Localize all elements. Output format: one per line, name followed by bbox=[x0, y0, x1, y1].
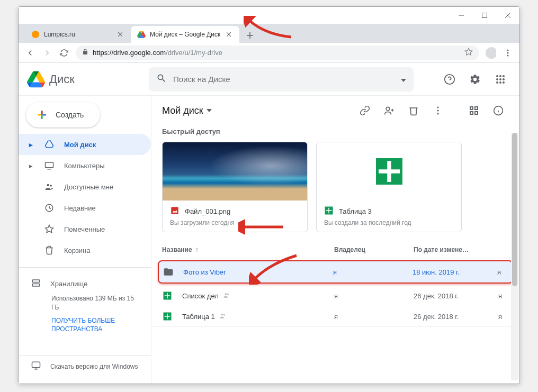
svg-point-45 bbox=[386, 107, 390, 111]
lock-icon bbox=[82, 49, 88, 57]
svg-point-36 bbox=[47, 184, 50, 187]
window-close-button[interactable] bbox=[496, 7, 519, 24]
page-body: Диск Создать ▸ bbox=[19, 63, 519, 384]
grid-view-button[interactable] bbox=[463, 100, 485, 121]
svg-point-17 bbox=[507, 49, 509, 51]
shared-icon bbox=[219, 312, 227, 321]
more-button[interactable] bbox=[427, 100, 449, 121]
drive-logo-icon bbox=[27, 70, 45, 88]
sidebar-item-shared[interactable]: Доступные мне bbox=[19, 176, 151, 197]
sort-asc-icon: ↑ bbox=[195, 246, 199, 253]
svg-point-23 bbox=[503, 75, 505, 77]
file-row-sheet[interactable]: Список дел я 26 дек. 2018 г. я bbox=[151, 286, 519, 306]
download-desktop[interactable]: Скачать версию для Windows bbox=[19, 355, 151, 377]
svg-point-21 bbox=[496, 75, 498, 77]
reload-button[interactable] bbox=[59, 48, 69, 58]
svg-point-19 bbox=[507, 54, 509, 56]
col-owner[interactable]: Владелец bbox=[334, 246, 414, 253]
path-title[interactable]: Мой диск bbox=[162, 105, 212, 116]
expand-icon[interactable]: ▸ bbox=[29, 162, 34, 170]
svg-point-16 bbox=[486, 47, 496, 59]
sheet-file-icon bbox=[162, 291, 173, 300]
storage-upgrade-link[interactable]: ПОЛУЧИТЬ БОЛЬШЕ ПРОСТРАНСТВА bbox=[51, 316, 138, 334]
expand-icon[interactable]: ▸ bbox=[29, 141, 34, 149]
search-input[interactable] bbox=[173, 75, 394, 84]
col-name[interactable]: Название ↑ bbox=[162, 246, 334, 253]
quick-access-title: Быстрый доступ bbox=[151, 125, 519, 142]
tab-close-icon[interactable] bbox=[116, 30, 124, 39]
clock-icon bbox=[44, 203, 55, 213]
sidebar-item-mydrive[interactable]: ▸ Мой диск bbox=[19, 134, 151, 155]
svg-point-29 bbox=[503, 81, 505, 84]
scrollbar-thumb[interactable] bbox=[512, 133, 517, 286]
svg-rect-42 bbox=[32, 362, 40, 368]
svg-point-22 bbox=[499, 75, 501, 77]
window-minimize-button[interactable] bbox=[450, 7, 473, 24]
sidebar-item-computers[interactable]: ▸ Компьютеры bbox=[19, 155, 151, 176]
storage-title[interactable]: Хранилище bbox=[31, 274, 138, 293]
browser-menu-button[interactable] bbox=[503, 48, 513, 58]
svg-point-25 bbox=[499, 78, 501, 80]
add-person-button[interactable] bbox=[379, 100, 400, 121]
star-icon bbox=[44, 224, 55, 234]
drive-logo[interactable]: Диск bbox=[27, 70, 144, 88]
main-row: Создать ▸ Мой диск ▸ Компьютеры Доступны… bbox=[19, 96, 519, 384]
drive-small-icon bbox=[44, 140, 55, 149]
list-header: Название ↑ Владелец По дате измене… bbox=[151, 242, 519, 258]
info-button[interactable] bbox=[488, 100, 509, 121]
settings-button[interactable] bbox=[464, 69, 486, 90]
tab-title: Lumpics.ru bbox=[44, 31, 112, 38]
sidebar: Создать ▸ Мой диск ▸ Компьютеры Доступны… bbox=[19, 96, 151, 384]
trash-icon bbox=[44, 245, 55, 255]
svg-rect-54 bbox=[475, 112, 478, 114]
plus-icon bbox=[35, 108, 48, 121]
sidebar-item-recent[interactable]: Недавние bbox=[19, 197, 151, 218]
file-row-folder[interactable]: Фото из Viber я 18 июн. 2019 г. я bbox=[158, 260, 513, 284]
search-icon bbox=[156, 73, 167, 86]
profile-avatar[interactable] bbox=[486, 48, 496, 58]
svg-point-4 bbox=[32, 31, 39, 38]
new-tab-button[interactable] bbox=[243, 28, 257, 43]
sheet-file-icon bbox=[162, 312, 173, 321]
col-date[interactable]: По дате измене… bbox=[414, 246, 498, 253]
scrollbar[interactable] bbox=[511, 133, 518, 380]
browser-tab-drive[interactable]: Мой диск – Google Диск bbox=[131, 26, 239, 43]
svg-point-28 bbox=[499, 81, 501, 84]
window-maximize-button[interactable] bbox=[473, 7, 496, 24]
svg-point-18 bbox=[507, 52, 509, 53]
url-field[interactable]: https://drive.google.com/drive/u/1/my-dr… bbox=[76, 45, 479, 60]
svg-rect-58 bbox=[171, 207, 178, 214]
create-button[interactable]: Создать bbox=[26, 102, 100, 127]
svg-rect-53 bbox=[470, 112, 473, 114]
quick-card-sheet[interactable]: Таблица 3 Вы создали за последний год bbox=[316, 142, 462, 232]
app-name: Диск bbox=[49, 72, 75, 86]
divider bbox=[19, 267, 151, 268]
svg-point-27 bbox=[496, 81, 498, 84]
file-row-sheet[interactable]: Таблица 1 я 26 дек. 2018 г. я bbox=[151, 306, 519, 327]
svg-rect-52 bbox=[475, 107, 478, 110]
monitor-icon bbox=[31, 361, 41, 372]
svg-rect-41 bbox=[32, 284, 40, 286]
share-link-button[interactable] bbox=[354, 100, 375, 121]
content-area: Мой диск Быстрый доступ bbox=[151, 96, 519, 384]
search-box[interactable] bbox=[149, 67, 414, 92]
orange-icon bbox=[31, 30, 40, 39]
sidebar-item-starred[interactable]: Помеченные bbox=[19, 218, 151, 240]
delete-button[interactable] bbox=[403, 100, 424, 121]
help-button[interactable] bbox=[439, 69, 460, 90]
svg-rect-40 bbox=[32, 280, 40, 282]
forward-button[interactable] bbox=[42, 48, 52, 58]
sheet-file-icon bbox=[324, 206, 334, 217]
browser-tab-lumpics[interactable]: Lumpics.ru bbox=[25, 26, 131, 43]
quick-card-file[interactable]: Файл_001.png Вы загрузили сегодня bbox=[162, 142, 308, 232]
star-icon[interactable] bbox=[464, 48, 473, 58]
svg-point-50 bbox=[437, 113, 438, 114]
svg-point-70 bbox=[227, 293, 229, 295]
sidebar-item-trash[interactable]: Корзина bbox=[19, 240, 151, 261]
back-button[interactable] bbox=[25, 48, 35, 58]
apps-button[interactable] bbox=[490, 69, 511, 90]
storage-info: Использовано 139 МБ из 15 ГБ bbox=[51, 294, 138, 312]
tab-close-icon[interactable] bbox=[225, 30, 233, 39]
svg-point-24 bbox=[496, 78, 498, 80]
dropdown-icon[interactable] bbox=[401, 75, 406, 84]
